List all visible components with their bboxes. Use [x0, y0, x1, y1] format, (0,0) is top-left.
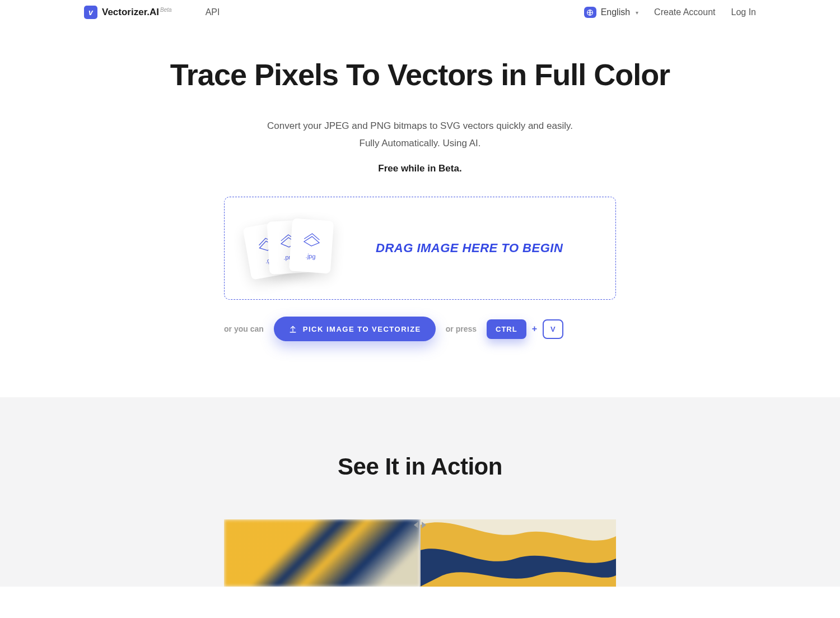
section-title: See It in Action: [0, 453, 840, 480]
create-account-link[interactable]: Create Account: [654, 7, 715, 17]
pick-image-label: PICK IMAGE TO VECTORIZE: [303, 325, 421, 333]
hero-section: Trace Pixels To Vectors in Full Color Co…: [140, 25, 700, 397]
hero-title: Trace Pixels To Vectors in Full Color: [151, 58, 689, 91]
brand-link[interactable]: v Vectorizer.AIBeta: [84, 6, 172, 19]
demo-vector-side: [420, 519, 616, 587]
language-label: English: [601, 7, 630, 17]
hero-sub-line2: Fully Automatically. Using AI.: [151, 136, 689, 152]
or-you-can-label: or you can: [224, 324, 264, 333]
image-icon: [302, 232, 322, 248]
dropzone[interactable]: .gif .png .jpg DRAG IMAGE HERE TO BEGIN: [224, 197, 616, 300]
hero-beta-note: Free while in Beta.: [151, 163, 689, 174]
language-selector[interactable]: English ▾: [584, 7, 638, 18]
dropzone-graphic: .gif .png .jpg: [247, 217, 342, 279]
nav-api-link[interactable]: API: [206, 7, 220, 17]
actions-row: or you can PICK IMAGE TO VECTORIZE or pr…: [224, 317, 616, 341]
logo-icon: v: [84, 6, 97, 19]
globe-icon: [584, 7, 596, 18]
header-right: English ▾ Create Account Log In: [584, 7, 756, 18]
kbd-plus: +: [532, 324, 537, 334]
pick-image-button[interactable]: PICK IMAGE TO VECTORIZE: [274, 317, 436, 341]
demo-pixelated-side: [224, 519, 420, 587]
hero-subtitle: Convert your JPEG and PNG bitmaps to SVG…: [151, 118, 689, 152]
header-left: v Vectorizer.AIBeta API: [84, 6, 220, 19]
brand-name: Vectorizer.AIBeta: [102, 7, 172, 18]
brand-name-text: Vectorizer.AI: [102, 7, 159, 17]
kbd-ctrl: CTRL: [487, 319, 526, 339]
see-it-in-action-section: See It in Action: [0, 397, 840, 587]
comparison-slider-handle[interactable]: [419, 519, 421, 587]
brand-beta-badge: Beta: [160, 7, 172, 13]
dropzone-cta: DRAG IMAGE HERE TO BEGIN: [376, 241, 563, 255]
filecard-jpg: .jpg: [289, 219, 334, 274]
log-in-link[interactable]: Log In: [731, 7, 756, 17]
upload-icon: [288, 324, 297, 333]
ext-jpg: .jpg: [305, 253, 316, 260]
comparison-demo[interactable]: [224, 519, 616, 587]
kbd-v: V: [543, 319, 563, 339]
or-press-label: or press: [446, 324, 477, 333]
site-header: v Vectorizer.AIBeta API English ▾ Create…: [0, 0, 840, 25]
hero-sub-line1: Convert your JPEG and PNG bitmaps to SVG…: [151, 118, 689, 134]
chevron-down-icon: ▾: [636, 10, 638, 16]
kbd-group: CTRL + V: [487, 319, 563, 339]
